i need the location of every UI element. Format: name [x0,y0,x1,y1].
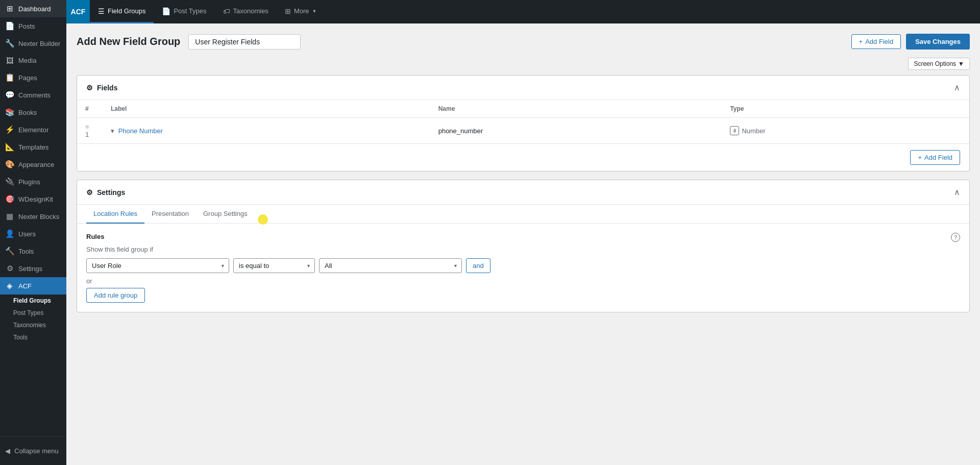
col-header-label: Label [103,100,430,118]
posts-icon: 📄 [5,21,14,31]
sidebar-item-books[interactable]: 📚 Books [0,104,66,121]
sidebar-item-templates[interactable]: 📐 Templates [0,138,66,156]
help-icon[interactable]: ? [951,233,960,242]
add-field-button-header[interactable]: + Add Field [851,34,901,49]
sidebar-item-label: Nexter Blocks [18,213,59,221]
or-label: or [86,277,960,285]
rule-operator-wrap: is equal to is not equal to [233,258,315,273]
settings-card-icon: ⚙ [86,188,93,197]
save-changes-button[interactable]: Save Changes [906,34,970,50]
screen-options-bar: Screen Options ▼ [77,58,970,70]
row-num-cell: ≡ 1 [77,118,103,144]
dashboard-icon: ⊞ [5,4,14,13]
field-label-link[interactable]: Phone Number [118,127,163,135]
show-if-label: Show this field group if [86,246,153,253]
sidebar-sub-item-tools[interactable]: Tools [0,331,66,344]
screen-options-button[interactable]: Screen Options ▼ [908,58,970,70]
sidebar-item-label: Media [18,57,36,64]
col-header-num: # [77,100,103,118]
add-field-button-footer[interactable]: + Add Field [910,150,960,165]
col-header-type: Type [722,100,969,118]
sidebar-item-label: Elementor [18,126,48,134]
rule-param-select[interactable]: User Role Post Type Page Template Page P… [86,258,229,273]
sidebar-sub-item-field-groups[interactable]: Field Groups [0,295,66,307]
screen-options-chevron-icon: ▼ [958,60,964,67]
sidebar: ⊞ Dashboard 📄 Posts 🔧 Nexter Builder 🖼 M… [0,0,66,465]
collapse-menu-button[interactable]: ◀ Collapse menu [5,445,61,457]
sidebar-item-wdesignkit[interactable]: 🎯 WDesignKit [0,190,66,208]
field-expand-icon[interactable]: ▾ [111,127,114,135]
acf-logo: ACF [66,0,90,23]
nexter-blocks-icon: ▦ [5,212,14,221]
content-area: Add New Field Group + Add Field Save Cha… [66,23,980,465]
settings-card-collapse-button[interactable]: ∧ [954,187,960,197]
sidebar-item-comments[interactable]: 💬 Comments [0,86,66,104]
top-nav-tab-post-types[interactable]: 📄 Post Types [154,0,214,23]
comments-icon: 💬 [5,90,14,100]
sidebar-item-dashboard[interactable]: ⊞ Dashboard [0,0,66,17]
sidebar-item-posts[interactable]: 📄 Posts [0,17,66,35]
plugins-icon: 🔌 [5,177,14,186]
sidebar-item-label: Dashboard [18,5,51,13]
and-button[interactable]: and [466,258,491,273]
sidebar-item-label: Users [18,230,36,238]
rule-value-select[interactable]: All Administrator Editor Author Contribu… [319,258,462,273]
field-groups-tab-icon: ☰ [98,7,105,15]
sidebar-item-label: Pages [18,74,37,82]
top-nav-tab-more[interactable]: ⊞ More ▼ [277,0,325,23]
fields-table: # Label Name Type ≡ 1 [77,100,969,143]
row-type-cell: # Number [722,118,969,144]
table-row: ≡ 1 ▾ Phone Number phone_number [77,118,969,144]
sidebar-item-tools[interactable]: 🔨 Tools [0,242,66,260]
settings-card-header: ⚙ Settings ∧ [77,180,969,205]
top-nav-tab-field-groups[interactable]: ☰ Field Groups [90,0,154,23]
settings-card-body: Location Rules Presentation Group Settin… [77,205,969,312]
collapse-icon: ◀ [5,447,10,455]
users-icon: 👤 [5,229,14,238]
plus-icon-footer: + [918,154,922,161]
tab-group-settings[interactable]: Group Settings [196,205,255,224]
tab-presentation[interactable]: Presentation [144,205,196,224]
settings-tabs: Location Rules Presentation Group Settin… [77,205,969,224]
sidebar-item-nexter-builder[interactable]: 🔧 Nexter Builder [0,35,66,52]
top-navigation: ACF ☰ Field Groups 📄 Post Types 🏷 Taxono… [66,0,980,23]
fields-card: ⚙ Fields ∧ # Label Name Type [77,75,970,172]
row-label-cell: ▾ Phone Number [103,118,430,144]
tab-location-rules[interactable]: Location Rules [86,205,144,224]
sidebar-item-nexter-blocks[interactable]: ▦ Nexter Blocks [0,208,66,225]
page-title: Add New Field Group [77,36,180,47]
field-group-name-input[interactable] [188,34,301,50]
sidebar-item-pages[interactable]: 📋 Pages [0,69,66,86]
post-types-tab-icon: 📄 [162,7,170,15]
templates-icon: 📐 [5,142,14,152]
fields-card-collapse-button[interactable]: ∧ [954,83,960,92]
sidebar-item-appearance[interactable]: 🎨 Appearance [0,156,66,173]
add-rule-group-button[interactable]: Add rule group [86,288,145,303]
sidebar-item-label: Comments [18,91,51,99]
top-nav-tab-taxonomies[interactable]: 🏷 Taxonomies [215,0,277,23]
sidebar-item-label: Appearance [18,161,54,168]
col-header-name: Name [430,100,722,118]
drag-handle-icon[interactable]: ≡ [85,123,89,131]
location-rules-content: Rules Show this field group if ? User Ro… [77,224,969,312]
sidebar-item-media[interactable]: 🖼 Media [0,52,66,69]
sidebar-item-label: Tools [18,248,34,255]
sidebar-item-settings[interactable]: ⚙ Settings [0,260,66,277]
row-name-cell: phone_number [430,118,722,144]
more-chevron-icon: ▼ [312,9,317,14]
sidebar-item-elementor[interactable]: ⚡ Elementor [0,121,66,138]
sidebar-sub-item-taxonomies[interactable]: Taxonomies [0,319,66,331]
tools-icon: 🔨 [5,247,14,256]
sidebar-item-users[interactable]: 👤 Users [0,225,66,242]
fields-card-body: # Label Name Type ≡ 1 [77,100,969,171]
rule-operator-select[interactable]: is equal to is not equal to [233,258,315,273]
sidebar-item-label: Templates [18,143,48,151]
main-area: ACF ☰ Field Groups 📄 Post Types 🏷 Taxono… [66,0,980,465]
sidebar-item-plugins[interactable]: 🔌 Plugins [0,173,66,190]
sidebar-item-label: Settings [18,265,42,273]
sidebar-item-label: ACF [18,282,32,290]
plus-icon: + [859,38,863,45]
taxonomies-tab-icon: 🏷 [223,7,230,15]
sidebar-item-acf[interactable]: ◈ ACF [0,277,66,295]
sidebar-sub-item-post-types[interactable]: Post Types [0,307,66,319]
